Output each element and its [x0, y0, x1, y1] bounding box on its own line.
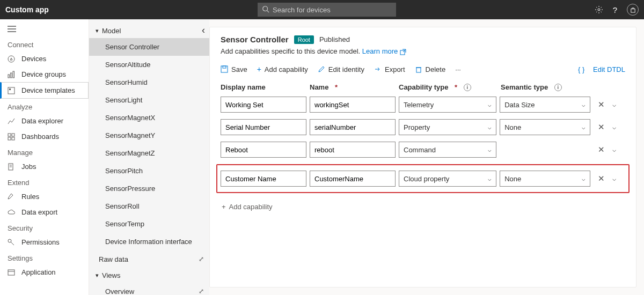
add-capability-row[interactable]: +Add capability: [221, 200, 625, 214]
model-item[interactable]: Device Information interface: [89, 233, 209, 250]
edit-dtdl-button[interactable]: { } Edit DTDL: [578, 65, 625, 73]
model-item[interactable]: SensorPitch: [89, 162, 209, 180]
info-icon[interactable]: i: [464, 84, 471, 91]
name-input[interactable]: [310, 119, 396, 135]
delete-label: Delete: [426, 65, 446, 73]
delete-row-icon[interactable]: ✕: [598, 122, 605, 132]
info-icon[interactable]: i: [554, 84, 562, 91]
name-input[interactable]: [310, 142, 396, 158]
more-button[interactable]: ···: [455, 65, 461, 73]
model-item[interactable]: SensorTemp: [89, 215, 209, 233]
left-nav: Connect Devices Device groups Device tem…: [0, 19, 89, 295]
expand-row-icon[interactable]: ⌵: [612, 101, 616, 108]
subtitle: Add capabilities specific to this device…: [221, 47, 360, 55]
delete-row-icon[interactable]: ✕: [598, 174, 605, 183]
export-button[interactable]: Export: [374, 65, 405, 73]
bag-icon[interactable]: [627, 4, 639, 16]
expand-icon[interactable]: ⤢: [199, 255, 204, 263]
nav-section-manage: Manage: [0, 144, 89, 159]
export-icon: [374, 65, 382, 73]
capability-row: Cloud property⌵None⌵✕⌵: [216, 164, 630, 193]
nav-jobs[interactable]: Jobs: [0, 159, 89, 174]
model-item[interactable]: SensorMagnetZ: [89, 144, 209, 162]
delete-row-icon[interactable]: ✕: [598, 100, 605, 109]
svg-rect-25: [221, 66, 228, 72]
name-input[interactable]: [310, 97, 396, 113]
app-icon: [8, 269, 16, 276]
chevron-down-icon: ⌵: [488, 101, 492, 108]
nav-rules[interactable]: Rules: [0, 189, 89, 204]
display-name-input[interactable]: [221, 142, 306, 158]
capability-type-select[interactable]: Command⌵: [399, 142, 496, 158]
svg-rect-27: [416, 68, 421, 72]
edit-identity-button[interactable]: Edit identity: [318, 65, 364, 73]
model-tree: ‹ ▾ Model Sensor Controller SensorAltitu…: [89, 19, 209, 295]
model-item[interactable]: SensorRoll: [89, 197, 209, 215]
model-item[interactable]: SensorLight: [89, 91, 209, 109]
model-raw-data[interactable]: Raw data ⤢: [89, 250, 209, 268]
model-overview[interactable]: Overview ⤢: [89, 283, 209, 295]
expand-row-icon[interactable]: ⌵: [612, 175, 616, 182]
save-button[interactable]: Save: [221, 65, 247, 73]
display-name-input[interactable]: [221, 97, 306, 113]
expand-row-icon[interactable]: ⌵: [612, 123, 616, 131]
save-icon: [221, 65, 228, 73]
svg-rect-9: [11, 73, 12, 78]
nav-permissions[interactable]: Permissions: [0, 234, 89, 250]
chart-icon: [8, 117, 16, 125]
chevron-down-icon: ⌵: [488, 146, 492, 153]
nav-data-export[interactable]: Data export: [0, 204, 89, 220]
views-header[interactable]: ▾ Views: [89, 268, 209, 283]
name-input[interactable]: [310, 171, 396, 187]
learn-more-link[interactable]: Learn more: [362, 47, 406, 55]
delete-button[interactable]: Delete: [415, 65, 446, 73]
nav-label: Permissions: [21, 238, 60, 246]
expand-row-icon[interactable]: ⌵: [612, 146, 616, 153]
help-icon[interactable]: ?: [613, 5, 617, 14]
model-item[interactable]: SensorAltitude: [89, 56, 209, 73]
semantic-type-select[interactable]: None⌵: [500, 119, 590, 135]
nav-dashboards[interactable]: Dashboards: [0, 129, 89, 144]
export-label: Export: [385, 65, 405, 73]
semantic-type-select[interactable]: None⌵: [500, 171, 590, 187]
model-item-sensor-controller[interactable]: Sensor Controller: [89, 38, 209, 56]
gear-icon[interactable]: [595, 5, 603, 14]
capability-type-select[interactable]: Property⌵: [399, 119, 496, 135]
nav-device-groups[interactable]: Device groups: [0, 67, 89, 82]
display-name-input[interactable]: [221, 119, 306, 135]
nav-devices[interactable]: Devices: [0, 51, 89, 67]
plus-icon: +: [257, 65, 261, 73]
semantic-type-select[interactable]: Data Size⌵: [500, 97, 590, 113]
delete-row-icon[interactable]: ✕: [598, 145, 605, 154]
model-item[interactable]: SensorHumid: [89, 73, 209, 91]
back-caret-icon[interactable]: ‹: [202, 25, 205, 36]
key-icon: [8, 239, 16, 246]
nav-device-templates[interactable]: Device templates: [0, 82, 89, 99]
learn-more-label: Learn more: [362, 47, 398, 55]
search-input[interactable]: [258, 3, 396, 17]
header-display-name: Display name: [221, 83, 306, 91]
nav-label: Application: [21, 268, 56, 276]
svg-rect-12: [9, 88, 11, 90]
expand-icon[interactable]: ⤢: [199, 287, 204, 295]
views-label: Views: [102, 271, 120, 279]
display-name-input[interactable]: [221, 171, 306, 187]
hamburger-icon[interactable]: [0, 24, 89, 36]
braces-icon: { }: [578, 65, 584, 73]
chevron-down-icon: ⌵: [582, 175, 586, 182]
trash-icon: [415, 65, 422, 73]
add-capability-button[interactable]: +Add capability: [257, 65, 308, 73]
app-title: Custom app: [5, 5, 49, 14]
capability-type-select[interactable]: Telemetry⌵: [399, 97, 496, 113]
dashboard-icon: [8, 133, 16, 141]
nav-data-explorer[interactable]: Data explorer: [0, 113, 89, 129]
svg-line-21: [11, 242, 14, 245]
model-item[interactable]: SensorMagnetX: [89, 109, 209, 127]
model-header[interactable]: ▾ Model: [89, 27, 209, 38]
capability-type-select[interactable]: Cloud property⌵: [399, 171, 496, 187]
model-item[interactable]: SensorMagnetY: [89, 127, 209, 144]
capability-row: Telemetry⌵Data Size⌵✕⌵: [221, 97, 625, 113]
search-wrap: [258, 3, 396, 17]
nav-application[interactable]: Application: [0, 264, 89, 280]
model-item[interactable]: SensorPressure: [89, 180, 209, 197]
